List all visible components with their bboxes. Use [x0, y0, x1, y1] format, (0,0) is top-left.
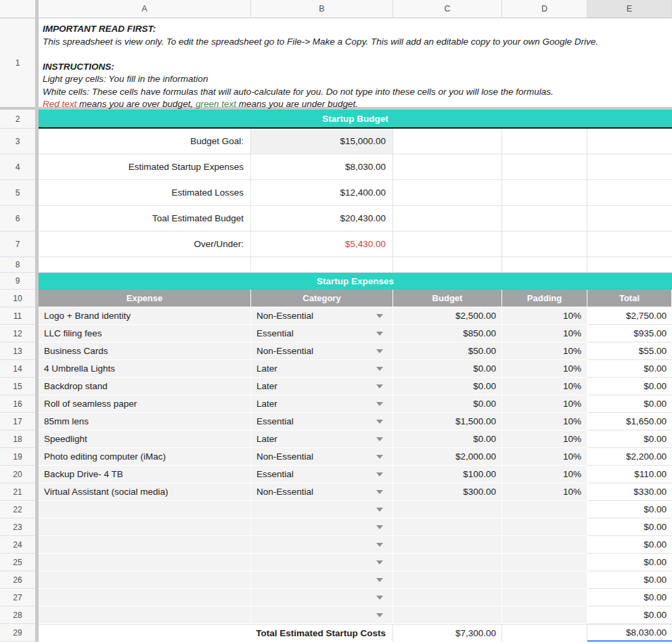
budget-cell[interactable]: $2,000.00 — [393, 448, 502, 466]
padding-cell[interactable]: 10% — [502, 325, 587, 342]
expense-name-cell[interactable]: Backup Drive- 4 TB — [39, 466, 251, 483]
category-cell[interactable]: Essential — [251, 325, 393, 342]
expense-name-cell[interactable]: Roll of seamless paper — [39, 395, 251, 413]
budget-cell[interactable]: $850.00 — [393, 325, 502, 342]
empty-cell[interactable] — [393, 257, 502, 273]
budget-summary-value[interactable]: $5,430.00 — [251, 231, 393, 257]
dropdown-arrow-icon[interactable] — [376, 420, 383, 424]
padding-cell[interactable] — [502, 518, 587, 536]
expense-name-cell[interactable] — [39, 518, 251, 536]
padding-cell[interactable] — [502, 571, 587, 589]
empty-cell[interactable] — [502, 257, 587, 273]
expense-column-header[interactable]: Expense — [39, 290, 251, 307]
row-number[interactable]: 21 — [0, 483, 35, 501]
grand-total-value[interactable]: $8,030.00 — [587, 624, 672, 642]
total-cell[interactable]: $0.00 — [587, 395, 672, 413]
empty-cell[interactable] — [393, 231, 502, 257]
empty-cell[interactable] — [39, 257, 251, 273]
total-cell[interactable]: $2,200.00 — [587, 448, 672, 466]
total-cell[interactable]: $0.00 — [587, 554, 672, 571]
expense-name-cell[interactable]: Photo editing computer (iMac) — [39, 448, 251, 466]
budget-summary-label[interactable]: Budget Goal: — [39, 129, 251, 154]
padding-cell[interactable]: 10% — [502, 342, 587, 360]
row-number[interactable]: 10 — [0, 290, 35, 307]
budget-summary-value[interactable]: $20,430.00 — [251, 206, 393, 231]
category-cell[interactable]: Non-Essential — [251, 342, 393, 360]
padding-column-header[interactable]: Padding — [502, 290, 587, 307]
dropdown-arrow-icon[interactable] — [376, 349, 383, 353]
row-number[interactable]: 13 — [0, 342, 35, 360]
expense-name-cell[interactable]: 85mm lens — [39, 413, 251, 430]
expense-name-cell[interactable] — [39, 554, 251, 571]
dropdown-arrow-icon[interactable] — [376, 578, 383, 582]
category-cell[interactable]: Later — [251, 360, 393, 378]
select-all-corner[interactable] — [0, 0, 35, 18]
row-number[interactable]: 8 — [0, 257, 35, 273]
row-number[interactable]: 26 — [0, 571, 35, 589]
budget-summary-value[interactable]: $15,000.00 — [251, 129, 393, 154]
dropdown-arrow-icon[interactable] — [376, 472, 383, 476]
padding-cell[interactable] — [502, 536, 587, 554]
empty-cell[interactable] — [251, 257, 393, 273]
budget-cell[interactable]: $0.00 — [393, 378, 502, 395]
empty-cell[interactable] — [587, 129, 672, 154]
dropdown-arrow-icon[interactable] — [376, 384, 383, 389]
category-cell[interactable]: Essential — [251, 466, 393, 483]
cell-a1-notice[interactable]: IMPORTANT READ FIRST: This spreadsheet i… — [39, 18, 672, 107]
row-number[interactable]: 15 — [0, 378, 35, 395]
dropdown-arrow-icon[interactable] — [376, 314, 383, 318]
expense-name-cell[interactable]: Speedlight — [39, 430, 251, 448]
total-cell[interactable]: $110.00 — [587, 466, 672, 483]
padding-cell[interactable] — [502, 606, 587, 624]
total-cell[interactable]: $0.00 — [587, 360, 672, 378]
budget-cell[interactable] — [393, 554, 502, 571]
budget-cell[interactable] — [393, 536, 502, 554]
dropdown-arrow-icon[interactable] — [376, 437, 383, 441]
category-cell[interactable] — [251, 606, 393, 624]
budget-cell[interactable]: $300.00 — [393, 483, 502, 501]
total-cell[interactable]: $55.00 — [587, 342, 672, 360]
startup-budget-title[interactable]: Startup Budget — [39, 110, 672, 129]
dropdown-arrow-icon[interactable] — [376, 525, 383, 529]
row-number[interactable]: 27 — [0, 589, 35, 606]
row-number[interactable]: 6 — [0, 206, 35, 231]
startup-expenses-title[interactable]: Startup Expenses — [39, 273, 672, 290]
expense-name-cell[interactable]: Business Cards — [39, 342, 251, 360]
column-header-d[interactable]: D — [502, 0, 587, 18]
budget-column-header[interactable]: Budget — [393, 290, 502, 307]
padding-cell[interactable]: 10% — [502, 395, 587, 413]
category-cell[interactable]: Later — [251, 395, 393, 413]
category-cell[interactable]: Non-Essential — [251, 483, 393, 501]
empty-cell[interactable] — [502, 180, 587, 206]
total-cell[interactable]: $0.00 — [587, 606, 672, 624]
category-cell[interactable] — [251, 501, 393, 518]
row-number[interactable]: 17 — [0, 413, 35, 430]
row-number[interactable]: 28 — [0, 606, 35, 624]
budget-summary-label[interactable]: Estimated Losses — [39, 180, 251, 206]
empty-cell[interactable] — [502, 624, 587, 642]
budget-cell[interactable]: $1,500.00 — [393, 413, 502, 430]
column-header-b[interactable]: B — [251, 0, 393, 18]
total-column-header[interactable]: Total — [587, 290, 672, 307]
empty-cell[interactable] — [393, 206, 502, 231]
dropdown-arrow-icon[interactable] — [376, 596, 383, 600]
column-header-a[interactable]: A — [39, 0, 251, 18]
total-cell[interactable]: $0.00 — [587, 589, 672, 606]
padding-cell[interactable]: 10% — [502, 307, 587, 325]
budget-summary-label[interactable]: Over/Under: — [39, 231, 251, 257]
empty-cell[interactable] — [502, 154, 587, 180]
padding-cell[interactable]: 10% — [502, 483, 587, 501]
row-number[interactable]: 20 — [0, 466, 35, 483]
row-number[interactable]: 3 — [0, 129, 35, 154]
row-number[interactable]: 23 — [0, 518, 35, 536]
dropdown-arrow-icon[interactable] — [376, 402, 383, 406]
budget-cell[interactable]: $0.00 — [393, 360, 502, 378]
category-cell[interactable] — [251, 571, 393, 589]
dropdown-arrow-icon[interactable] — [376, 560, 383, 564]
padding-cell[interactable] — [502, 501, 587, 518]
budget-cell[interactable]: $0.00 — [393, 395, 502, 413]
row-number[interactable]: 9 — [0, 273, 35, 290]
empty-cell[interactable] — [587, 257, 672, 273]
budget-summary-label[interactable]: Toal Estimated Budget — [39, 206, 251, 231]
row-number[interactable]: 4 — [0, 154, 35, 180]
